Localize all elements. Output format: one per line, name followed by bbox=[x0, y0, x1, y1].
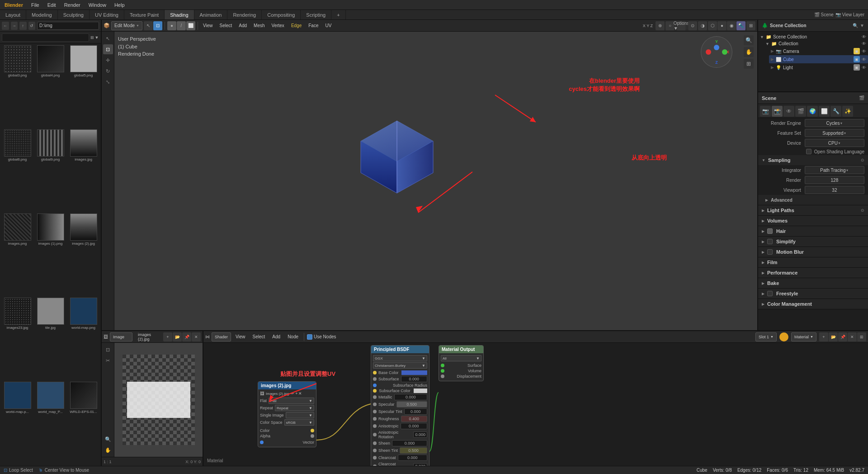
file-item[interactable]: images (1).png bbox=[35, 213, 66, 296]
repeat-dropdown[interactable]: Repeat▼ bbox=[275, 405, 314, 411]
light-paths-options[interactable]: ⊙ bbox=[861, 208, 864, 213]
nav-refresh-button[interactable]: ↺ bbox=[28, 22, 36, 30]
pin-mat-btn[interactable]: 📌 bbox=[838, 332, 847, 341]
collection-scene[interactable]: ▼ 📁 Scene Collection 👁 bbox=[758, 33, 868, 40]
nav-forward-button[interactable]: → bbox=[11, 22, 18, 30]
file-item[interactable]: world-map.png bbox=[68, 298, 99, 380]
file-item[interactable]: global9.png bbox=[35, 129, 66, 212]
img-del-btn[interactable]: ✕ bbox=[298, 391, 302, 396]
render-engine-dropdown[interactable]: Cycles bbox=[805, 119, 864, 127]
outliner-light[interactable]: ▶ 💡 Light ▣ 👁 bbox=[769, 63, 868, 71]
file-item[interactable]: images.jpg bbox=[68, 129, 99, 212]
image-texture-node[interactable]: images (2).jpg 🖼 Images (2).jpg ✏ + ✕ bbox=[258, 381, 316, 447]
node-mode-dropdown[interactable]: Shader bbox=[212, 332, 231, 341]
image-canvas[interactable] bbox=[114, 343, 203, 457]
spec-tint-val[interactable]: 0.000 bbox=[404, 408, 427, 415]
select-tool-btn[interactable]: ⊡ bbox=[153, 21, 162, 30]
fullscreen-btn[interactable]: ⊞ bbox=[746, 21, 755, 30]
shrink-btn[interactable]: ⊞ bbox=[857, 332, 866, 341]
view-menu[interactable]: View bbox=[200, 21, 216, 30]
wireframe-btn[interactable]: ⬡ bbox=[708, 21, 717, 30]
new-mat-btn[interactable]: + bbox=[819, 332, 828, 341]
file-item[interactable]: tile.jpg bbox=[35, 298, 66, 380]
menu-help[interactable]: Help bbox=[111, 1, 128, 9]
options-btn[interactable]: Options ▼ bbox=[677, 21, 686, 30]
move-tool-btn[interactable]: ↖ bbox=[144, 21, 153, 30]
pan-icon[interactable]: ✋ bbox=[744, 47, 754, 57]
use-nodes-checkbox[interactable] bbox=[307, 334, 312, 340]
new-image-btn[interactable]: + bbox=[163, 332, 172, 341]
osl-row[interactable]: Open Shading Language bbox=[758, 148, 868, 155]
mesh-menu[interactable]: Mesh bbox=[251, 21, 267, 30]
render-props-icon[interactable]: 📷 bbox=[760, 106, 771, 117]
grid-icon[interactable]: ⊞ bbox=[744, 59, 754, 69]
select-img-icon[interactable]: ⊡ bbox=[103, 345, 113, 355]
motion-blur-header[interactable]: Motion Blur bbox=[758, 247, 868, 257]
subsurface-val[interactable]: 0.000 bbox=[401, 376, 427, 382]
face-menu[interactable]: Face bbox=[306, 21, 321, 30]
tab-sculpting[interactable]: Sculpting bbox=[58, 10, 90, 19]
nav-back-button[interactable]: ← bbox=[2, 22, 9, 30]
xray-btn[interactable]: ◑ bbox=[698, 21, 707, 30]
aniso-rot-val[interactable]: 0.000 bbox=[413, 431, 427, 438]
material-btn[interactable]: ◉ bbox=[727, 21, 736, 30]
integrator-dropdown[interactable]: Path Tracing bbox=[805, 166, 864, 174]
advanced-header[interactable]: Advanced bbox=[758, 195, 868, 205]
color-mgmt-header[interactable]: Color Management bbox=[758, 299, 868, 309]
file-item[interactable]: world_map_P... bbox=[35, 382, 66, 464]
snap-btn[interactable]: ⊕ bbox=[656, 21, 665, 30]
single-img-dropdown[interactable]: ▼ bbox=[286, 412, 314, 418]
simplify-header[interactable]: Simplify bbox=[758, 237, 868, 246]
tab-modeling[interactable]: Modeling bbox=[26, 10, 58, 19]
motion-blur-checkbox[interactable] bbox=[767, 249, 773, 255]
volumes-header[interactable]: Volumes bbox=[758, 216, 868, 226]
world-props-icon[interactable]: 🌍 bbox=[807, 106, 818, 117]
node-node-menu[interactable]: Node bbox=[285, 332, 301, 341]
film-header[interactable]: Film bbox=[758, 257, 868, 267]
tab-compositing[interactable]: Compositing bbox=[262, 10, 301, 19]
tab-animation[interactable]: Animation bbox=[194, 10, 228, 19]
view-props-icon[interactable]: 👁 bbox=[783, 106, 794, 117]
cursor-icon[interactable]: ↖ bbox=[103, 33, 113, 43]
sampling-header[interactable]: Sampling ⊙ bbox=[758, 155, 868, 165]
hair-checkbox[interactable] bbox=[767, 228, 773, 234]
all-dropdown[interactable]: All▼ bbox=[441, 355, 481, 361]
camera-vis[interactable]: 👁 bbox=[862, 49, 866, 54]
rotate-icon[interactable]: ↻ bbox=[103, 66, 113, 76]
aniso-val[interactable]: 0.000 bbox=[401, 423, 427, 429]
file-item[interactable]: global4.png bbox=[35, 45, 66, 128]
device-dropdown[interactable]: CPU bbox=[805, 139, 864, 147]
freestyle-checkbox[interactable] bbox=[767, 291, 773, 296]
node-add-menu[interactable]: Add bbox=[269, 332, 283, 341]
tab-layout[interactable]: Layout bbox=[0, 10, 26, 19]
node-canvas[interactable]: 贴图并且设置调整UV images (2).jpg bbox=[203, 343, 868, 466]
metallic-val[interactable]: 0.000 bbox=[394, 394, 427, 400]
filter-icon[interactable]: ▼ bbox=[95, 35, 99, 40]
rendered-btn[interactable]: 🔦 bbox=[736, 21, 745, 30]
object-props-icon[interactable]: ⬜ bbox=[819, 106, 830, 117]
viewport-samples-value[interactable]: 32 bbox=[805, 186, 864, 194]
file-item[interactable]: images (2).jpg bbox=[68, 213, 99, 296]
pin-btn[interactable]: 📌 bbox=[182, 332, 191, 341]
sheen-val[interactable]: 0.000 bbox=[392, 440, 427, 446]
specular-val[interactable]: 0.500 bbox=[396, 401, 427, 408]
select-menu[interactable]: Select bbox=[217, 21, 235, 30]
outliner-cube[interactable]: ▶ ⬜ Cube ▣ 👁 bbox=[769, 55, 868, 63]
file-item[interactable]: world-map-p... bbox=[2, 382, 33, 464]
move-icon[interactable]: ✛ bbox=[103, 55, 113, 65]
use-nodes-toggle[interactable]: Use Nodes bbox=[307, 334, 336, 340]
tab-shading[interactable]: Shading bbox=[165, 10, 194, 19]
outliner-camera[interactable]: ▶ 📷 Camera ▣ 👁 bbox=[769, 47, 868, 55]
file-item[interactable]: images23.jpg bbox=[2, 298, 33, 380]
zoom-icon[interactable]: 🔍 bbox=[744, 35, 754, 45]
overlay-btn[interactable]: ⊙ bbox=[688, 21, 697, 30]
tab-texturepaint[interactable]: Texture Paint bbox=[124, 10, 165, 19]
scale-icon[interactable]: ⤡ bbox=[103, 77, 113, 87]
menu-render[interactable]: Render bbox=[61, 1, 84, 9]
clearcoat-val[interactable]: 0.000 bbox=[398, 455, 427, 461]
pan-img-icon[interactable]: ✋ bbox=[103, 445, 113, 455]
filter-icon[interactable]: ▼ bbox=[860, 23, 864, 28]
color-space-dropdown[interactable]: sRGB▼ bbox=[284, 419, 314, 426]
tab-rendering[interactable]: Rendering bbox=[227, 10, 262, 19]
navigation-gizmo[interactable]: X Y Z bbox=[701, 36, 732, 68]
